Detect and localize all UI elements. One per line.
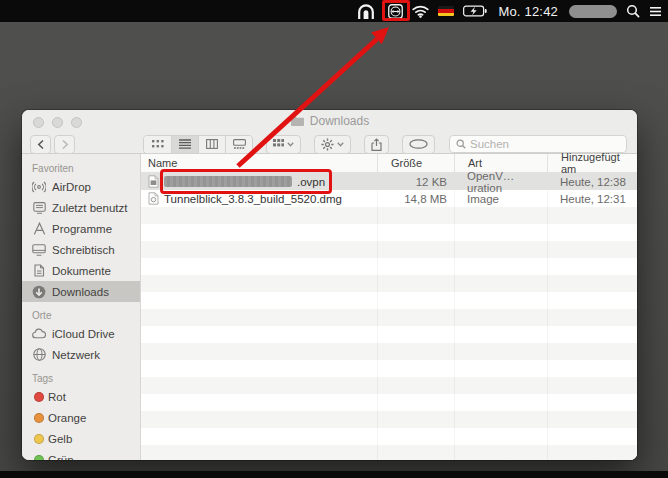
- documents-icon: [32, 264, 46, 278]
- menu-bar-clock[interactable]: Mo. 12:42: [496, 0, 560, 22]
- view-segmented-control: [143, 135, 253, 154]
- menu-bar: Mo. 12:42: [0, 0, 668, 22]
- sidebar-item-label: Rot: [48, 391, 66, 403]
- desktop-icon: [32, 243, 46, 257]
- tag-dot-yellow: [34, 434, 44, 444]
- column-divider: [454, 173, 455, 460]
- notification-center-icon: [649, 6, 662, 17]
- battery-charging-icon: [463, 5, 487, 17]
- list-view-button[interactable]: [171, 136, 198, 153]
- column-view-button[interactable]: [198, 136, 225, 153]
- file-list: Name Größe Art Hinzugefügt am: [141, 154, 637, 460]
- tunnelblick-menu-item[interactable]: [352, 0, 379, 22]
- sidebar-item-label: Zuletzt benutzt: [52, 202, 127, 214]
- tags-button[interactable]: [402, 135, 435, 154]
- file-size: 12 KB: [377, 173, 454, 190]
- teamviewer-icon: [388, 4, 403, 19]
- sidebar-item-airdrop[interactable]: AirDrop: [22, 176, 140, 197]
- file-added: Heute, 12:38: [547, 173, 637, 190]
- clock-icon: [32, 201, 46, 215]
- file-size: 14,8 MB: [377, 190, 454, 207]
- file-icon: [148, 192, 159, 205]
- sidebar-item-label: Programme: [52, 223, 112, 235]
- sidebar-item-tag-rot[interactable]: Rot: [22, 386, 140, 407]
- globe-icon: [32, 348, 46, 362]
- sidebar-item-schreibtisch[interactable]: Schreibtisch: [22, 239, 140, 260]
- file-name: Tunnelblick_3.8.3_build_5520.dmg: [164, 193, 342, 205]
- sidebar-item-downloads[interactable]: Downloads: [22, 281, 140, 302]
- sidebar-item-dokumente[interactable]: Dokumente: [22, 260, 140, 281]
- sidebar-item-label: Orange: [48, 412, 86, 424]
- empty-rows-stripes: [141, 207, 637, 460]
- window-body: Favoriten AirDrop: [22, 154, 637, 460]
- chevron-down-icon: [287, 142, 294, 147]
- column-divider: [547, 173, 548, 460]
- gallery-view-button[interactable]: [225, 136, 252, 153]
- redacted-user-pill: [569, 5, 617, 18]
- redacted-username[interactable]: [569, 0, 617, 22]
- window-title: Downloads: [310, 114, 369, 128]
- applications-icon: [32, 222, 46, 236]
- wifi-menu-item[interactable]: [412, 0, 429, 22]
- finder-window: Downloads: [22, 110, 637, 460]
- icon-view-button[interactable]: [144, 136, 171, 153]
- notification-center-menu-item[interactable]: [649, 0, 662, 22]
- sidebar-item-icloud-drive[interactable]: iCloud Drive: [22, 323, 140, 344]
- column-header-added[interactable]: Hinzugefügt am: [547, 154, 637, 172]
- desktop: { "menu_bar": { "clock": "Mo. 12:42", "s…: [0, 0, 668, 478]
- folder-icon: [290, 115, 305, 127]
- sidebar-section-orte: Orte: [22, 308, 140, 323]
- sidebar-item-label: Grün: [48, 454, 74, 461]
- tunnelblick-icon: [357, 3, 375, 20]
- sidebar-item-netzwerk[interactable]: Netzwerk: [22, 344, 140, 365]
- sidebar-item-tag-gelb[interactable]: Gelb: [22, 428, 140, 449]
- sidebar: Favoriten AirDrop: [22, 154, 141, 460]
- tag-dot-orange: [34, 413, 44, 423]
- column-divider: [377, 173, 378, 460]
- action-button[interactable]: [314, 135, 351, 154]
- sidebar-item-programme[interactable]: Programme: [22, 218, 140, 239]
- german-flag-icon: [438, 6, 454, 16]
- sidebar-item-zuletzt-benutzt[interactable]: Zuletzt benutzt: [22, 197, 140, 218]
- list-rows: .ovpn 12 KB OpenV…uration Heute, 12:38: [141, 173, 637, 460]
- sidebar-item-tag-gruen[interactable]: Grün: [22, 449, 140, 460]
- window-chrome: Downloads: [22, 110, 637, 154]
- window-title-row: Downloads: [22, 114, 637, 128]
- back-button[interactable]: [30, 135, 51, 154]
- search-placeholder: Suchen: [470, 138, 509, 150]
- spotlight-menu-item[interactable]: [626, 0, 640, 22]
- search-icon: [456, 139, 466, 149]
- screenshot-bottom-border: [0, 471, 668, 478]
- cloud-icon: [32, 327, 46, 341]
- column-header-size[interactable]: Größe: [377, 154, 454, 172]
- file-name-cell: Tunnelblick_3.8.3_build_5520.dmg: [141, 190, 377, 207]
- sidebar-item-tag-orange[interactable]: Orange: [22, 407, 140, 428]
- file-kind: Image: [454, 190, 547, 207]
- sidebar-item-label: Dokumente: [52, 265, 111, 277]
- wifi-icon: [412, 5, 429, 18]
- file-kind: OpenV…uration: [454, 173, 547, 190]
- redacted-file-name: [164, 176, 292, 187]
- file-row-dmg[interactable]: Tunnelblick_3.8.3_build_5520.dmg 14,8 MB…: [141, 190, 637, 207]
- toolbar: Suchen: [22, 134, 637, 154]
- forward-button[interactable]: [54, 135, 75, 154]
- sidebar-item-label: Downloads: [52, 286, 109, 298]
- teamviewer-menu-item[interactable]: [388, 0, 403, 22]
- file-icon: [148, 175, 159, 188]
- search-icon: [626, 4, 640, 18]
- list-header: Name Größe Art Hinzugefügt am: [141, 154, 637, 173]
- share-button[interactable]: [364, 135, 389, 154]
- airdrop-icon: [32, 180, 46, 194]
- file-name-cell: .ovpn: [141, 173, 377, 190]
- file-extension: .ovpn: [297, 176, 325, 188]
- sidebar-item-label: Schreibtisch: [52, 244, 115, 256]
- file-row-ovpn[interactable]: .ovpn 12 KB OpenV…uration Heute, 12:38: [141, 173, 637, 190]
- sidebar-item-label: Gelb: [48, 433, 72, 445]
- tag-dot-green: [34, 455, 44, 461]
- downloads-icon: [32, 285, 46, 299]
- keyboard-layout-menu-item[interactable]: [438, 0, 454, 22]
- column-header-name[interactable]: Name: [141, 154, 377, 172]
- tag-dot-red: [34, 392, 44, 402]
- battery-menu-item[interactable]: [463, 0, 487, 22]
- group-button[interactable]: [266, 135, 301, 154]
